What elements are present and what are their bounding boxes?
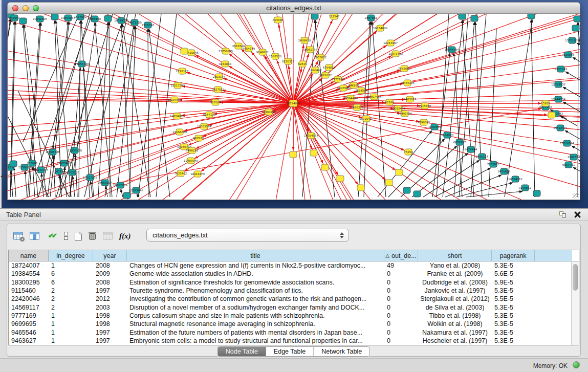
table-cell[interactable]: 5.9E-5 [492, 278, 535, 287]
minimize-window-button[interactable] [23, 5, 29, 11]
table-cell[interactable]: 6 [49, 278, 93, 287]
table-cell[interactable]: de Silva et al. (2003) [418, 303, 492, 311]
table-cell[interactable]: 2 [49, 303, 93, 311]
table-cell[interactable]: 2009 [93, 270, 127, 278]
network-graph[interactable]: 2405572069140610653287152760264661601071… [8, 14, 580, 200]
table-cell[interactable]: Embryonic stem cells: a model to study s… [127, 337, 384, 345]
column-header-pagerank[interactable]: pagerank [492, 250, 535, 261]
network-edge[interactable] [293, 103, 580, 200]
table-cell[interactable]: 5.3E-5 [492, 328, 535, 336]
network-node[interactable] [403, 187, 410, 193]
table-cell[interactable]: 2 [49, 295, 93, 303]
network-edge[interactable] [293, 103, 580, 169]
zoom-window-button[interactable] [33, 5, 39, 11]
table-cell[interactable]: 0 [384, 320, 418, 328]
network-edge[interactable] [293, 103, 580, 200]
table-cell[interactable]: 5.3E-5 [492, 303, 535, 311]
table-cell[interactable]: 2008 [93, 261, 127, 270]
network-edge[interactable] [73, 176, 75, 197]
table-cell[interactable]: 0 [384, 295, 418, 303]
close-panel-icon[interactable] [574, 211, 581, 218]
network-edge[interactable] [293, 103, 580, 138]
table-cell[interactable]: 19384554 [9, 270, 49, 278]
network-node[interactable] [396, 169, 403, 176]
table-cell[interactable]: 18724007 [9, 261, 49, 270]
scrollbar-thumb[interactable] [573, 264, 578, 291]
tab-network-table[interactable]: Network Table [314, 347, 369, 356]
network-edge[interactable] [33, 167, 35, 197]
show-column-icon[interactable] [30, 229, 39, 243]
table-row[interactable]: 946554611997Estimation of the future num… [9, 328, 579, 336]
network-node[interactable] [51, 14, 58, 20]
float-panel-icon[interactable] [559, 211, 567, 218]
table-row[interactable]: 2242004622012Investigating the contribut… [9, 295, 579, 303]
network-node[interactable] [385, 180, 393, 186]
column-header-in_degree[interactable]: in_degree [49, 250, 93, 261]
table-cell[interactable]: 5.6E-5 [492, 270, 535, 278]
network-edge[interactable] [293, 103, 580, 200]
table-cell[interactable]: 1 [49, 261, 93, 270]
table-cell[interactable]: 0 [384, 337, 418, 345]
panel-collapse-arrow-icon[interactable] [1, 174, 3, 179]
table-cell[interactable]: Hescheler et al. (1997) [418, 337, 492, 345]
batch-select-icon[interactable]: ✔✔ [46, 229, 57, 243]
network-node[interactable] [181, 48, 188, 54]
network-table-selector[interactable]: citations_edges.txt [146, 229, 349, 242]
table-cell[interactable]: Tibbo et al. (1998) [418, 312, 492, 320]
table-cell[interactable]: 2003 [93, 303, 127, 311]
table-cell[interactable]: 0 [384, 303, 418, 311]
table-cell[interactable]: 1997 [93, 287, 127, 295]
table-cell[interactable]: Disruption of a novel member of a sodium… [127, 303, 384, 311]
table-settings-icon[interactable] [13, 229, 23, 243]
table-cell[interactable]: 9699695 [9, 320, 49, 328]
network-edge[interactable] [122, 24, 150, 197]
network-node[interactable] [471, 15, 478, 21]
network-window[interactable]: citations_edges.txt 24055720691406106532… [7, 2, 580, 200]
network-edge[interactable] [293, 103, 580, 200]
network-node[interactable] [337, 176, 344, 182]
network-edge[interactable] [293, 69, 301, 103]
network-edge[interactable] [573, 167, 580, 177]
table-row[interactable]: 1830029562008Estimation of significance … [9, 278, 579, 287]
table-cell[interactable]: 18300295 [9, 278, 49, 287]
window-resize-grip[interactable] [573, 192, 579, 199]
tab-node-table[interactable]: Node Table [218, 347, 266, 356]
table-cell[interactable]: 6 [49, 270, 93, 278]
table-cell[interactable]: Estimation of significance thresholds fo… [127, 278, 384, 287]
network-node[interactable] [123, 192, 130, 199]
network-node[interactable] [290, 151, 297, 158]
network-node[interactable] [19, 18, 27, 24]
network-node[interactable] [574, 16, 580, 22]
network-node[interactable] [413, 191, 421, 197]
network-node[interactable] [10, 161, 17, 167]
table-cell[interactable]: 9115460 [9, 287, 49, 295]
network-edge[interactable] [293, 103, 580, 200]
table-cell[interactable]: Dudbridge et al. (2008) [418, 278, 492, 287]
network-edge[interactable] [129, 26, 136, 197]
network-edge[interactable] [293, 103, 580, 200]
network-edge[interactable] [14, 167, 16, 197]
network-edge[interactable] [10, 21, 14, 197]
table-cell[interactable]: Changes of HCN gene expression and I(f) … [127, 261, 384, 270]
table-cell[interactable]: 1997 [93, 337, 127, 345]
table-cell[interactable]: 0 [384, 328, 418, 336]
column-header-short[interactable]: short [418, 250, 492, 261]
delete-column-icon[interactable] [89, 229, 96, 243]
table-cell[interactable]: Investigating the contribution of common… [127, 295, 384, 303]
network-edge[interactable] [11, 21, 15, 197]
network-edge[interactable] [293, 103, 580, 200]
network-edge[interactable] [565, 130, 580, 140]
network-canvas[interactable]: 2405572069140610653287152760264661601071… [7, 14, 580, 200]
network-edge[interactable] [578, 160, 580, 169]
column-header-name[interactable]: name [9, 250, 49, 261]
table-cell[interactable]: Jankovic et al. (1997) [418, 287, 492, 295]
node-table[interactable]: namein_degreeyeartitle△out_de...shortpag… [8, 250, 579, 345]
table-cell[interactable]: 1 [49, 320, 93, 328]
column-header-title[interactable]: title [127, 250, 384, 261]
network-edge[interactable] [138, 14, 161, 197]
tab-edge-table[interactable]: Edge Table [266, 347, 314, 356]
table-cell[interactable]: 0 [384, 312, 418, 320]
table-cell[interactable]: 9777169 [9, 312, 49, 320]
table-cell[interactable]: 2 [49, 287, 93, 295]
close-window-button[interactable] [12, 5, 18, 11]
